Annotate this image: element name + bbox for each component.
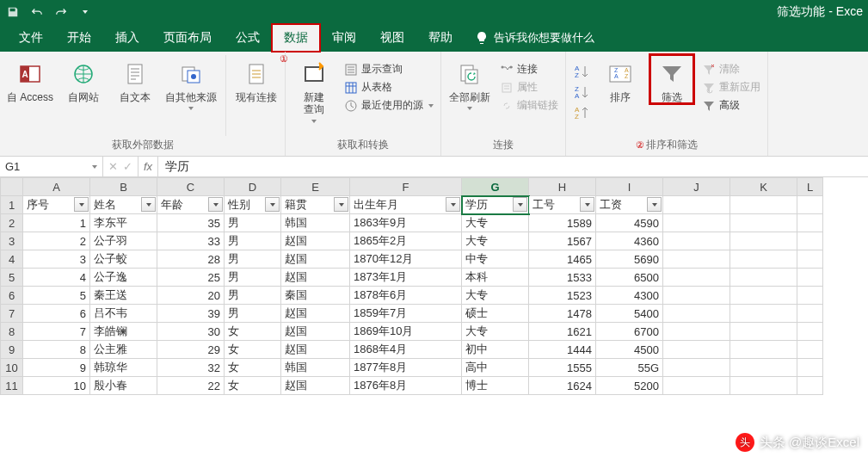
row-header-4[interactable]: 4	[1, 250, 23, 269]
cell[interactable]: 1870年12月	[350, 250, 462, 269]
cell[interactable]: 女	[225, 341, 281, 359]
cell[interactable]: 3	[23, 250, 90, 269]
cell[interactable]: 6500	[596, 269, 663, 287]
cell[interactable]: 1555	[529, 359, 596, 377]
cell[interactable]: 李东平	[90, 214, 157, 232]
cell[interactable]: 女	[225, 377, 281, 395]
cell[interactable]: 韩国	[281, 214, 350, 232]
cell[interactable]: 李皓镧	[90, 323, 157, 341]
cell[interactable]: 5690	[596, 250, 663, 269]
cell[interactable]: 赵国	[281, 377, 350, 395]
cell[interactable]: 39	[157, 305, 225, 323]
cell[interactable]: 秦王送	[90, 287, 157, 305]
cell[interactable]: 赵国	[281, 341, 350, 359]
cell[interactable]: 男	[225, 269, 281, 287]
cell[interactable]: 1533	[529, 269, 596, 287]
cell[interactable]: 1444	[529, 341, 596, 359]
tell-me[interactable]: 告诉我你想要做什么	[465, 24, 605, 52]
cell[interactable]: 1859年7月	[350, 305, 462, 323]
sort-custom-button[interactable]: AZ	[573, 105, 590, 120]
cell[interactable]: 1869年10月	[350, 323, 462, 341]
undo-icon[interactable]	[29, 4, 45, 20]
header-cell[interactable]: 性别	[225, 196, 281, 214]
select-all-cell[interactable]	[1, 178, 23, 196]
cell[interactable]: 1878年6月	[350, 287, 462, 305]
filter-dropdown-icon[interactable]	[647, 197, 662, 212]
cell[interactable]: 1478	[529, 305, 596, 323]
from-text-button[interactable]: 自文本	[114, 55, 157, 103]
col-header-G[interactable]: G	[462, 178, 529, 196]
filter-dropdown-icon[interactable]	[141, 197, 156, 212]
cell[interactable]: 大专	[462, 232, 529, 250]
spreadsheet-grid[interactable]: ABCDEFGHIJKL1序号姓名年龄性别籍贯出生年月学历工号工资21李东平35…	[0, 177, 868, 395]
col-header-A[interactable]: A	[23, 178, 90, 196]
cell[interactable]: 55G	[596, 359, 663, 377]
row-header-7[interactable]: 7	[1, 305, 23, 323]
cell[interactable]: 女	[225, 359, 281, 377]
cell[interactable]: 1523	[529, 287, 596, 305]
tab-insert[interactable]: 插入	[103, 24, 151, 52]
cell[interactable]: 中专	[462, 250, 529, 269]
row-header-2[interactable]: 2	[1, 214, 23, 232]
cell[interactable]: 硕士	[462, 305, 529, 323]
fx-icon[interactable]: fx	[139, 157, 158, 176]
col-header-F[interactable]: F	[350, 178, 462, 196]
show-queries-button[interactable]: 显示查询	[344, 62, 434, 77]
cell[interactable]: 25	[157, 269, 225, 287]
cell[interactable]: 9	[23, 359, 90, 377]
cell[interactable]: 32	[157, 359, 225, 377]
cell[interactable]: 5	[23, 287, 90, 305]
cell[interactable]: 秦国	[281, 287, 350, 305]
cell[interactable]: 10	[23, 377, 90, 395]
cell[interactable]: 1589	[529, 214, 596, 232]
cell[interactable]: 8	[23, 341, 90, 359]
header-cell[interactable]: 序号	[23, 196, 90, 214]
cell[interactable]: 1865年2月	[350, 232, 462, 250]
advanced-filter-button[interactable]: 高级	[702, 98, 760, 113]
refresh-all-button[interactable]: 全部刷新	[448, 55, 491, 110]
filter-dropdown-icon[interactable]	[208, 197, 223, 212]
filter-dropdown-icon[interactable]	[446, 197, 460, 212]
formula-input[interactable]: 学历	[158, 157, 868, 176]
cell[interactable]: 1	[23, 214, 90, 232]
row-header-8[interactable]: 8	[1, 323, 23, 341]
cell[interactable]: 赵国	[281, 232, 350, 250]
cell[interactable]: 男	[225, 250, 281, 269]
filter-dropdown-icon[interactable]	[513, 197, 527, 212]
col-header-D[interactable]: D	[225, 178, 281, 196]
existing-conn-button[interactable]: 现有连接 ①	[235, 55, 278, 103]
sort-desc-button[interactable]: ZA	[573, 84, 590, 100]
row-header-11[interactable]: 11	[1, 377, 23, 395]
cell[interactable]: 5200	[596, 377, 663, 395]
row-header-10[interactable]: 10	[1, 359, 23, 377]
col-header-J[interactable]: J	[663, 178, 730, 196]
header-cell[interactable]: 出生年月	[350, 196, 462, 214]
cell[interactable]: 35	[157, 214, 225, 232]
col-header-I[interactable]: I	[596, 178, 663, 196]
cell[interactable]: 本科	[462, 269, 529, 287]
cell[interactable]: 7	[23, 323, 90, 341]
cell[interactable]: 公子逸	[90, 269, 157, 287]
cell[interactable]: 赵国	[281, 250, 350, 269]
cell[interactable]: 女	[225, 323, 281, 341]
cell[interactable]: 29	[157, 341, 225, 359]
save-icon[interactable]	[5, 4, 21, 20]
cell[interactable]: 5400	[596, 305, 663, 323]
recent-sources-button[interactable]: 最近使用的源	[344, 98, 434, 113]
cell[interactable]: 4360	[596, 232, 663, 250]
cell[interactable]: 吕不韦	[90, 305, 157, 323]
col-header-B[interactable]: B	[90, 178, 157, 196]
cell[interactable]: 韩国	[281, 359, 350, 377]
cell[interactable]: 30	[157, 323, 225, 341]
cell[interactable]: 男	[225, 232, 281, 250]
qat-dropdown-icon[interactable]	[77, 4, 93, 20]
header-cell[interactable]: 姓名	[90, 196, 157, 214]
cell[interactable]: 大专	[462, 214, 529, 232]
col-header-H[interactable]: H	[529, 178, 596, 196]
cell[interactable]: 4300	[596, 287, 663, 305]
cell[interactable]: 1621	[529, 323, 596, 341]
filter-button[interactable]: 筛选	[650, 55, 693, 103]
tab-formulas[interactable]: 公式	[224, 24, 272, 52]
cell[interactable]: 22	[157, 377, 225, 395]
tab-review[interactable]: 审阅	[320, 24, 368, 52]
